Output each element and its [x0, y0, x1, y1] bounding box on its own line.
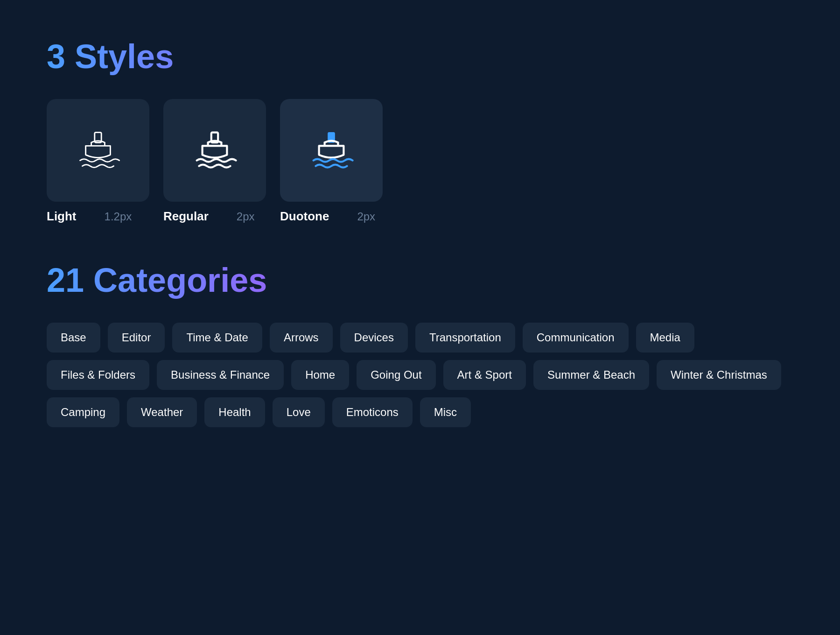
styles-row: Light 1.2px Regular 2px [47, 99, 793, 224]
category-tag-art---sport[interactable]: Art & Sport [443, 360, 526, 390]
category-tag-camping[interactable]: Camping [47, 397, 119, 427]
category-tag-summer---beach[interactable]: Summer & Beach [533, 360, 649, 390]
category-tag-media[interactable]: Media [636, 323, 694, 353]
categories-title: 21 Categories [47, 261, 793, 299]
style-item-regular: Regular 2px [163, 99, 266, 224]
light-label-row: Light 1.2px [47, 209, 149, 224]
category-tag-weather[interactable]: Weather [127, 397, 197, 427]
duotone-label: Duotone [280, 209, 329, 224]
category-tag-love[interactable]: Love [273, 397, 325, 427]
regular-px: 2px [237, 210, 255, 223]
category-tag-business---finance[interactable]: Business & Finance [157, 360, 284, 390]
duotone-px: 2px [357, 210, 375, 223]
category-tag-devices[interactable]: Devices [340, 323, 408, 353]
category-tag-health[interactable]: Health [204, 397, 265, 427]
categories-section: 21 Categories BaseEditorTime & DateArrow… [47, 261, 793, 427]
duotone-label-row: Duotone 2px [280, 209, 383, 224]
category-tag-going-out[interactable]: Going Out [357, 360, 435, 390]
category-tag-misc[interactable]: Misc [420, 397, 471, 427]
light-icon-box[interactable] [47, 99, 149, 202]
style-item-light: Light 1.2px [47, 99, 149, 224]
category-tag-emoticons[interactable]: Emoticons [332, 397, 413, 427]
category-tag-time---date[interactable]: Time & Date [172, 323, 262, 353]
regular-label-row: Regular 2px [163, 209, 266, 224]
styles-section: 3 Styles Light 1.2px [47, 37, 793, 224]
category-tag-winter---christmas[interactable]: Winter & Christmas [657, 360, 781, 390]
duotone-ship-icon [303, 122, 359, 178]
category-tag-transportation[interactable]: Transportation [415, 323, 515, 353]
light-px: 1.2px [105, 210, 132, 223]
light-label: Light [47, 209, 77, 224]
duotone-icon-box[interactable] [280, 99, 383, 202]
styles-title: 3 Styles [47, 37, 793, 76]
category-tag-home[interactable]: Home [291, 360, 349, 390]
category-tag-files---folders[interactable]: Files & Folders [47, 360, 149, 390]
regular-label: Regular [163, 209, 209, 224]
category-tag-base[interactable]: Base [47, 323, 100, 353]
light-ship-icon [70, 122, 126, 178]
category-tag-editor[interactable]: Editor [108, 323, 165, 353]
regular-ship-icon [187, 122, 243, 178]
style-item-duotone: Duotone 2px [280, 99, 383, 224]
category-tag-arrows[interactable]: Arrows [270, 323, 333, 353]
regular-icon-box[interactable] [163, 99, 266, 202]
category-tag-communication[interactable]: Communication [523, 323, 629, 353]
categories-grid: BaseEditorTime & DateArrowsDevicesTransp… [47, 323, 793, 427]
